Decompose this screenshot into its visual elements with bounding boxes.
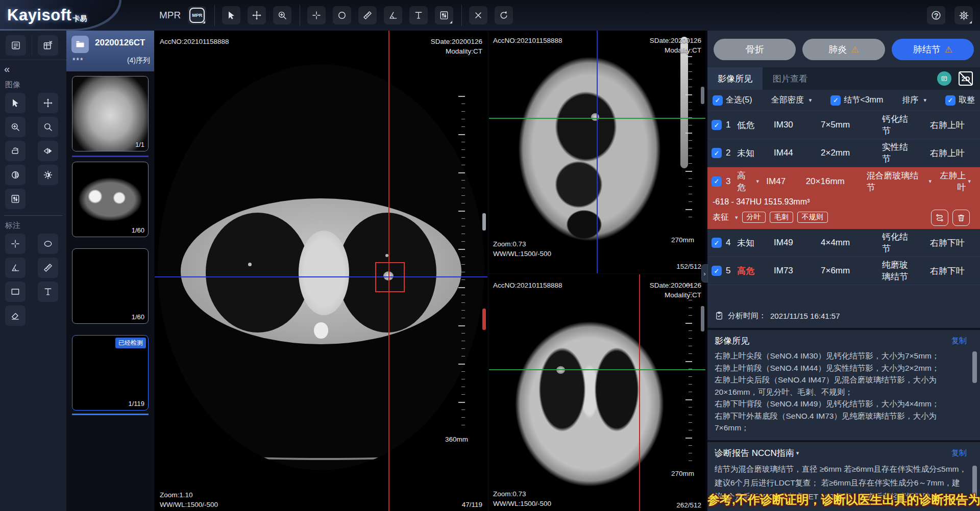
text-tool-button[interactable]: [38, 282, 58, 302]
eraser-tool-button[interactable]: [5, 305, 26, 326]
cursor-tool-button[interactable]: [222, 6, 240, 24]
series-thumbnail-3[interactable]: 1/60: [72, 248, 149, 324]
copy-findings-link[interactable]: 复制: [951, 336, 967, 346]
ellipse-tool-button[interactable]: [333, 6, 351, 24]
feature-tag-lobulation[interactable]: 分叶: [742, 212, 766, 223]
axial-scroll-thumb[interactable]: [482, 213, 486, 231]
axial-slice-indicator[interactable]: [482, 309, 486, 330]
axial-crosshair-horizontal[interactable]: [155, 276, 487, 277]
mode-pneumonia-button[interactable]: 肺炎 ⚠: [802, 39, 885, 60]
report-preview-button[interactable]: [937, 71, 951, 86]
sagittal-zoom: Zoom:0.73: [493, 239, 526, 249]
window-preset-button[interactable]: [5, 189, 26, 209]
coronal-scroll-thumb[interactable]: [701, 306, 704, 331]
nodule-filters: ✓ 全选(5) 全部密度 ▾ ✓ 结节<3mm 排序 ▾ ✓ 取整: [707, 90, 980, 111]
settings-button[interactable]: [954, 6, 973, 24]
series-thumbnail-1[interactable]: 1/1: [72, 76, 149, 151]
findings-scrollbar[interactable]: [972, 351, 977, 383]
coronal-viewport[interactable]: AccNO:202101158888 SDate:20200126 Modali…: [489, 274, 705, 511]
nodule-row-3-selected[interactable]: ✓ 3 高危 ▾ IM47 20×16mm 混合磨玻璃结节 ▾ 左肺上叶 ▾ -…: [707, 167, 980, 229]
nodule-location-dropdown[interactable]: 左肺上叶: [932, 170, 966, 193]
nodule-row-4[interactable]: ✓ 4 未知 IM49 4×4mm 钙化结节 右肺下叶: [707, 229, 980, 257]
tab-findings[interactable]: 影像所见: [707, 67, 763, 90]
feature-tag-spiculation[interactable]: 毛刺: [770, 212, 793, 223]
sagittal-crosshair-horizontal[interactable]: [489, 118, 705, 119]
rectangle-tool-button[interactable]: [5, 282, 26, 302]
zoom-in-tool-button[interactable]: [5, 117, 26, 137]
2d-3d-toggle-button[interactable]: 2D: [959, 71, 973, 86]
nodule-checkbox[interactable]: ✓: [712, 148, 722, 158]
mpr-mode-button[interactable]: MPR: [188, 6, 206, 24]
pan-tool-button[interactable]: [38, 93, 58, 113]
nodule-roi-box[interactable]: [375, 262, 405, 292]
close-layout-button[interactable]: [38, 35, 58, 56]
angle-tool-button[interactable]: [5, 258, 26, 278]
sagittal-viewport[interactable]: AccNO:202101158888 SDate:20200126 Modali…: [489, 31, 705, 273]
feature-tag-irregular[interactable]: 不规则: [797, 212, 828, 223]
density-filter-dropdown[interactable]: 全部密度: [771, 95, 804, 106]
round-checkbox[interactable]: ✓: [945, 95, 955, 106]
nodule-row-5[interactable]: ✓ 5 高危 IM73 7×6mm 纯磨玻璃结节 右肺下叶: [707, 257, 980, 285]
selected-series-indicator: [72, 414, 149, 415]
crosshair-tool-button[interactable]: [307, 6, 326, 24]
cursor-tool-button[interactable]: [5, 93, 26, 113]
copy-report-link[interactable]: 复制: [951, 448, 967, 458]
nodule-checkbox[interactable]: ✓: [712, 120, 722, 130]
clipboard-icon: [715, 311, 724, 320]
window-preset-button[interactable]: [435, 6, 453, 24]
follow-up-button[interactable]: [931, 210, 948, 226]
angle-tool-button[interactable]: [384, 6, 402, 24]
series-thumbnail-2[interactable]: 1/60: [72, 162, 149, 237]
delete-nodule-button[interactable]: [952, 210, 970, 226]
open-study-button[interactable]: [71, 36, 89, 53]
toolbar-separator: [214, 5, 215, 26]
sagittal-scroll-thumb[interactable]: [701, 87, 704, 104]
mode-lung-nodule-button[interactable]: 肺结节 ⚠: [892, 39, 974, 60]
flip-icon: [43, 146, 53, 156]
text-tool-button[interactable]: [409, 6, 428, 24]
series-list-button[interactable]: [6, 35, 26, 56]
nodule-checkbox[interactable]: ✓: [712, 176, 722, 187]
help-button[interactable]: ?: [927, 6, 945, 24]
nodule-type-dropdown[interactable]: 混合磨玻璃结节: [867, 170, 927, 193]
reset-view-button[interactable]: [495, 6, 513, 24]
ellipse-tool-button[interactable]: [38, 234, 58, 254]
coronal-crosshair-horizontal[interactable]: [489, 369, 705, 370]
select-all-checkbox[interactable]: ✓: [713, 95, 723, 106]
ruler-icon: [362, 10, 373, 20]
tab-image-view[interactable]: 图片查看: [763, 67, 818, 90]
ruler-tool-button[interactable]: [38, 258, 58, 278]
sagittal-crosshair-vertical[interactable]: [597, 31, 598, 273]
axial-viewport[interactable]: AccNO:202101158888 SDate:20200126 Modali…: [155, 31, 487, 511]
report-title: 诊断报告 NCCN指南: [715, 447, 794, 459]
risk-level-dropdown[interactable]: 高危: [737, 170, 754, 193]
coronal-crosshair-vertical[interactable]: [639, 274, 640, 511]
nodule-row-2[interactable]: ✓ 2 未知 IM44 2×2mm 实性结节 右肺上叶: [707, 139, 980, 167]
zoom-in-tool-button[interactable]: [273, 6, 291, 24]
feature-dropdown[interactable]: 表征: [713, 212, 729, 223]
invert-icon: [10, 170, 20, 180]
image-number: IM30: [774, 120, 821, 130]
flip-tool-button[interactable]: [38, 141, 58, 161]
sort-dropdown[interactable]: 排序: [902, 95, 918, 106]
invert-tool-button[interactable]: [5, 165, 26, 185]
zoom-in-icon: [277, 10, 287, 20]
clear-annotations-button[interactable]: [469, 6, 487, 24]
crosshair-tool-button[interactable]: [5, 234, 26, 254]
axial-ct-image: [158, 64, 484, 470]
brightness-tool-button[interactable]: [38, 165, 58, 185]
nodule-row-1[interactable]: ✓ 1 低危 IM30 7×5mm 钙化结节 右肺上叶: [707, 111, 980, 139]
nodule-checkbox[interactable]: ✓: [712, 266, 722, 276]
ruler-tool-button[interactable]: [358, 6, 377, 24]
collapse-sidebar-button[interactable]: «: [0, 60, 66, 75]
nodule-checkbox[interactable]: ✓: [712, 238, 722, 248]
gear-icon: [959, 10, 969, 21]
pan-tool-button[interactable]: [248, 6, 266, 24]
magnify-tool-button[interactable]: [38, 117, 58, 137]
rotate-tool-button[interactable]: [5, 141, 26, 161]
brand-logo: Kayisoft 卡易: [0, 0, 121, 31]
mode-fracture-button[interactable]: 骨折: [714, 39, 796, 60]
panel-collapse-handle[interactable]: ›: [701, 264, 708, 283]
series-thumbnail-4[interactable]: 已经检测 1/119: [72, 335, 149, 411]
small-nodule-checkbox[interactable]: ✓: [830, 95, 841, 106]
